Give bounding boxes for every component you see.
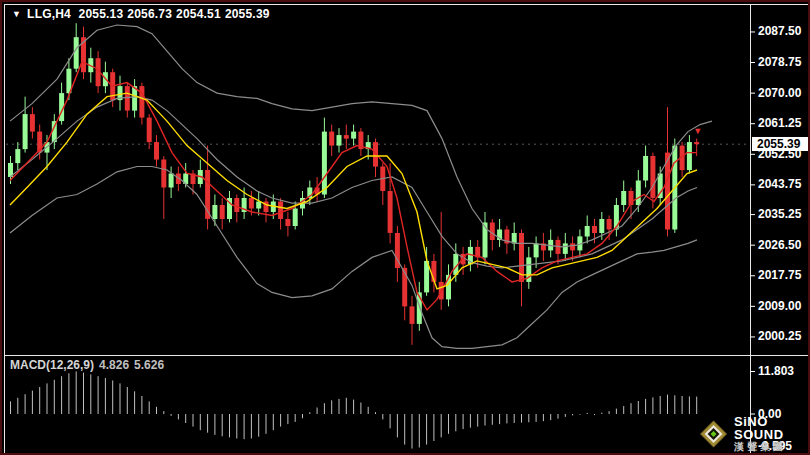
open-value: 2055.13 xyxy=(79,7,124,21)
logo-text-cn: 漢聲集團 xyxy=(734,441,808,453)
macd-axis-label: 11.803 xyxy=(758,365,794,378)
price-axis-label: 2009.00 xyxy=(758,300,801,313)
price-axis-label: 2078.75 xyxy=(758,56,801,69)
close-value: 2055.39 xyxy=(225,7,270,21)
low-value: 2054.51 xyxy=(176,7,221,21)
sell-arrow-marker: ▼ xyxy=(693,126,702,136)
price-axis-label: 2000.25 xyxy=(758,330,801,343)
price-axis-label: 2070.00 xyxy=(758,87,801,100)
macd-name: MACD(12,26,9) xyxy=(10,358,94,372)
macd-main-value: 4.826 xyxy=(99,358,129,372)
price-axis-label: 2035.25 xyxy=(758,208,801,221)
symbol-period-label: LLG,H4 xyxy=(27,7,71,21)
price-axis-label: 2043.75 xyxy=(758,178,801,191)
broker-logo: SiNO SOUND 漢聲集團 xyxy=(700,415,808,453)
chart-header: ▼LLG,H4 2055.132056.732054.512055.39 xyxy=(12,7,274,21)
price-axis-label: 2026.50 xyxy=(758,239,801,252)
high-value: 2056.73 xyxy=(127,7,172,21)
macd-indicator-label: MACD(12,26,9)4.8265.626 xyxy=(10,358,164,372)
price-axis-label: 2017.75 xyxy=(758,269,801,282)
chart-canvas[interactable] xyxy=(2,2,810,455)
price-axis-label: 2061.25 xyxy=(758,117,801,130)
price-axis-label: 2087.50 xyxy=(758,25,801,38)
trading-chart-window: ▼LLG,H4 2055.132056.732054.512055.39 MAC… xyxy=(0,0,810,455)
sino-sound-logo-icon xyxy=(700,418,727,450)
collapse-arrow-icon[interactable]: ▼ xyxy=(12,9,21,19)
macd-signal-value: 5.626 xyxy=(134,358,164,372)
current-price-tag: 2055.39 xyxy=(752,137,810,151)
logo-text-en: SiNO SOUND xyxy=(734,415,808,441)
